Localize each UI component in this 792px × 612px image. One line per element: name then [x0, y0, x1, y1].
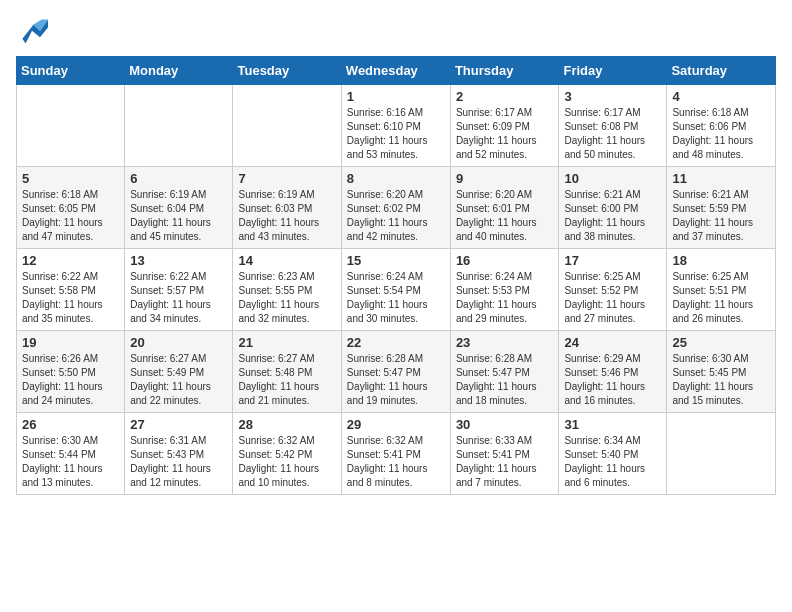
day-number: 20 — [130, 335, 227, 350]
day-info: Sunrise: 6:18 AM Sunset: 6:06 PM Dayligh… — [672, 106, 770, 162]
calendar-cell — [233, 85, 341, 167]
calendar-table: SundayMondayTuesdayWednesdayThursdayFrid… — [16, 56, 776, 495]
day-info: Sunrise: 6:23 AM Sunset: 5:55 PM Dayligh… — [238, 270, 335, 326]
calendar-cell — [125, 85, 233, 167]
calendar-cell: 24Sunrise: 6:29 AM Sunset: 5:46 PM Dayli… — [559, 331, 667, 413]
weekday-header-monday: Monday — [125, 57, 233, 85]
weekday-header-friday: Friday — [559, 57, 667, 85]
day-info: Sunrise: 6:21 AM Sunset: 5:59 PM Dayligh… — [672, 188, 770, 244]
calendar-cell: 30Sunrise: 6:33 AM Sunset: 5:41 PM Dayli… — [450, 413, 559, 495]
page-header — [16, 16, 776, 44]
calendar-cell: 21Sunrise: 6:27 AM Sunset: 5:48 PM Dayli… — [233, 331, 341, 413]
day-number: 11 — [672, 171, 770, 186]
weekday-header-saturday: Saturday — [667, 57, 776, 85]
day-info: Sunrise: 6:20 AM Sunset: 6:02 PM Dayligh… — [347, 188, 445, 244]
day-number: 1 — [347, 89, 445, 104]
calendar-cell: 20Sunrise: 6:27 AM Sunset: 5:49 PM Dayli… — [125, 331, 233, 413]
calendar-cell: 9Sunrise: 6:20 AM Sunset: 6:01 PM Daylig… — [450, 167, 559, 249]
calendar-cell: 25Sunrise: 6:30 AM Sunset: 5:45 PM Dayli… — [667, 331, 776, 413]
calendar-cell: 10Sunrise: 6:21 AM Sunset: 6:00 PM Dayli… — [559, 167, 667, 249]
calendar-cell: 22Sunrise: 6:28 AM Sunset: 5:47 PM Dayli… — [341, 331, 450, 413]
day-info: Sunrise: 6:25 AM Sunset: 5:52 PM Dayligh… — [564, 270, 661, 326]
calendar-cell: 23Sunrise: 6:28 AM Sunset: 5:47 PM Dayli… — [450, 331, 559, 413]
weekday-header-thursday: Thursday — [450, 57, 559, 85]
day-info: Sunrise: 6:21 AM Sunset: 6:00 PM Dayligh… — [564, 188, 661, 244]
day-number: 7 — [238, 171, 335, 186]
day-number: 6 — [130, 171, 227, 186]
logo — [16, 16, 52, 44]
calendar-cell: 11Sunrise: 6:21 AM Sunset: 5:59 PM Dayli… — [667, 167, 776, 249]
calendar-week-row: 19Sunrise: 6:26 AM Sunset: 5:50 PM Dayli… — [17, 331, 776, 413]
calendar-cell: 19Sunrise: 6:26 AM Sunset: 5:50 PM Dayli… — [17, 331, 125, 413]
day-number: 22 — [347, 335, 445, 350]
day-info: Sunrise: 6:32 AM Sunset: 5:42 PM Dayligh… — [238, 434, 335, 490]
day-number: 13 — [130, 253, 227, 268]
day-info: Sunrise: 6:28 AM Sunset: 5:47 PM Dayligh… — [456, 352, 554, 408]
day-number: 27 — [130, 417, 227, 432]
day-info: Sunrise: 6:25 AM Sunset: 5:51 PM Dayligh… — [672, 270, 770, 326]
day-info: Sunrise: 6:27 AM Sunset: 5:48 PM Dayligh… — [238, 352, 335, 408]
calendar-cell: 2Sunrise: 6:17 AM Sunset: 6:09 PM Daylig… — [450, 85, 559, 167]
day-info: Sunrise: 6:22 AM Sunset: 5:57 PM Dayligh… — [130, 270, 227, 326]
day-number: 30 — [456, 417, 554, 432]
calendar-week-row: 1Sunrise: 6:16 AM Sunset: 6:10 PM Daylig… — [17, 85, 776, 167]
calendar-cell: 7Sunrise: 6:19 AM Sunset: 6:03 PM Daylig… — [233, 167, 341, 249]
day-number: 17 — [564, 253, 661, 268]
day-info: Sunrise: 6:17 AM Sunset: 6:08 PM Dayligh… — [564, 106, 661, 162]
calendar-cell: 31Sunrise: 6:34 AM Sunset: 5:40 PM Dayli… — [559, 413, 667, 495]
calendar-cell — [667, 413, 776, 495]
day-number: 3 — [564, 89, 661, 104]
logo-icon — [16, 16, 48, 44]
day-info: Sunrise: 6:24 AM Sunset: 5:53 PM Dayligh… — [456, 270, 554, 326]
calendar-cell: 15Sunrise: 6:24 AM Sunset: 5:54 PM Dayli… — [341, 249, 450, 331]
day-info: Sunrise: 6:22 AM Sunset: 5:58 PM Dayligh… — [22, 270, 119, 326]
calendar-cell: 13Sunrise: 6:22 AM Sunset: 5:57 PM Dayli… — [125, 249, 233, 331]
day-number: 28 — [238, 417, 335, 432]
calendar-cell — [17, 85, 125, 167]
weekday-header-wednesday: Wednesday — [341, 57, 450, 85]
day-number: 16 — [456, 253, 554, 268]
calendar-cell: 17Sunrise: 6:25 AM Sunset: 5:52 PM Dayli… — [559, 249, 667, 331]
calendar-cell: 5Sunrise: 6:18 AM Sunset: 6:05 PM Daylig… — [17, 167, 125, 249]
day-info: Sunrise: 6:17 AM Sunset: 6:09 PM Dayligh… — [456, 106, 554, 162]
calendar-cell: 18Sunrise: 6:25 AM Sunset: 5:51 PM Dayli… — [667, 249, 776, 331]
day-info: Sunrise: 6:30 AM Sunset: 5:45 PM Dayligh… — [672, 352, 770, 408]
day-number: 2 — [456, 89, 554, 104]
day-number: 29 — [347, 417, 445, 432]
day-number: 23 — [456, 335, 554, 350]
calendar-cell: 6Sunrise: 6:19 AM Sunset: 6:04 PM Daylig… — [125, 167, 233, 249]
day-number: 25 — [672, 335, 770, 350]
day-info: Sunrise: 6:34 AM Sunset: 5:40 PM Dayligh… — [564, 434, 661, 490]
calendar-week-row: 26Sunrise: 6:30 AM Sunset: 5:44 PM Dayli… — [17, 413, 776, 495]
day-number: 4 — [672, 89, 770, 104]
day-number: 12 — [22, 253, 119, 268]
day-info: Sunrise: 6:32 AM Sunset: 5:41 PM Dayligh… — [347, 434, 445, 490]
calendar-cell: 16Sunrise: 6:24 AM Sunset: 5:53 PM Dayli… — [450, 249, 559, 331]
calendar-week-row: 5Sunrise: 6:18 AM Sunset: 6:05 PM Daylig… — [17, 167, 776, 249]
calendar-week-row: 12Sunrise: 6:22 AM Sunset: 5:58 PM Dayli… — [17, 249, 776, 331]
day-number: 21 — [238, 335, 335, 350]
calendar-cell: 26Sunrise: 6:30 AM Sunset: 5:44 PM Dayli… — [17, 413, 125, 495]
day-info: Sunrise: 6:26 AM Sunset: 5:50 PM Dayligh… — [22, 352, 119, 408]
day-info: Sunrise: 6:27 AM Sunset: 5:49 PM Dayligh… — [130, 352, 227, 408]
calendar-cell: 29Sunrise: 6:32 AM Sunset: 5:41 PM Dayli… — [341, 413, 450, 495]
calendar-cell: 14Sunrise: 6:23 AM Sunset: 5:55 PM Dayli… — [233, 249, 341, 331]
weekday-header-tuesday: Tuesday — [233, 57, 341, 85]
day-info: Sunrise: 6:30 AM Sunset: 5:44 PM Dayligh… — [22, 434, 119, 490]
calendar-cell: 3Sunrise: 6:17 AM Sunset: 6:08 PM Daylig… — [559, 85, 667, 167]
calendar-cell: 4Sunrise: 6:18 AM Sunset: 6:06 PM Daylig… — [667, 85, 776, 167]
day-number: 9 — [456, 171, 554, 186]
day-number: 15 — [347, 253, 445, 268]
day-number: 10 — [564, 171, 661, 186]
calendar-cell: 1Sunrise: 6:16 AM Sunset: 6:10 PM Daylig… — [341, 85, 450, 167]
day-info: Sunrise: 6:33 AM Sunset: 5:41 PM Dayligh… — [456, 434, 554, 490]
day-info: Sunrise: 6:24 AM Sunset: 5:54 PM Dayligh… — [347, 270, 445, 326]
day-info: Sunrise: 6:19 AM Sunset: 6:03 PM Dayligh… — [238, 188, 335, 244]
calendar-cell: 28Sunrise: 6:32 AM Sunset: 5:42 PM Dayli… — [233, 413, 341, 495]
day-number: 8 — [347, 171, 445, 186]
day-info: Sunrise: 6:18 AM Sunset: 6:05 PM Dayligh… — [22, 188, 119, 244]
day-info: Sunrise: 6:28 AM Sunset: 5:47 PM Dayligh… — [347, 352, 445, 408]
day-info: Sunrise: 6:19 AM Sunset: 6:04 PM Dayligh… — [130, 188, 227, 244]
day-info: Sunrise: 6:31 AM Sunset: 5:43 PM Dayligh… — [130, 434, 227, 490]
calendar-cell: 8Sunrise: 6:20 AM Sunset: 6:02 PM Daylig… — [341, 167, 450, 249]
